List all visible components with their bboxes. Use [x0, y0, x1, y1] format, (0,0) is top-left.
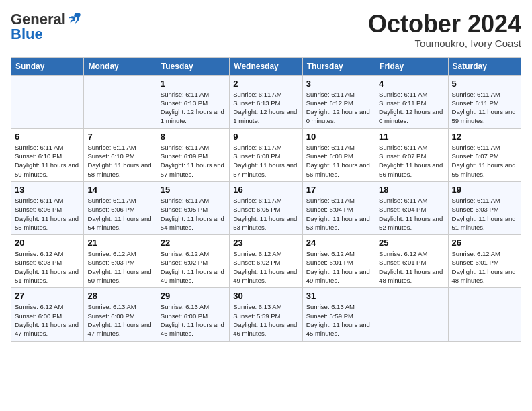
- header-day-saturday: Saturday: [448, 57, 521, 75]
- day-number: 25: [379, 238, 444, 248]
- day-info: Sunrise: 6:11 AM Sunset: 6:11 PM Dayligh…: [379, 90, 444, 126]
- day-number: 28: [87, 291, 152, 301]
- calendar-cell: 2Sunrise: 6:11 AM Sunset: 6:13 PM Daylig…: [230, 75, 302, 128]
- calendar-cell: 18Sunrise: 6:11 AM Sunset: 6:04 PM Dayli…: [375, 181, 448, 234]
- day-info: Sunrise: 6:11 AM Sunset: 6:10 PM Dayligh…: [15, 143, 80, 179]
- calendar-cell: 29Sunrise: 6:13 AM Sunset: 6:00 PM Dayli…: [157, 288, 229, 341]
- calendar-week-1: 1Sunrise: 6:11 AM Sunset: 6:13 PM Daylig…: [11, 75, 521, 128]
- day-info: Sunrise: 6:13 AM Sunset: 5:59 PM Dayligh…: [233, 302, 298, 338]
- day-number: 27: [15, 291, 80, 301]
- day-info: Sunrise: 6:11 AM Sunset: 6:03 PM Dayligh…: [452, 196, 517, 232]
- calendar-cell: 21Sunrise: 6:12 AM Sunset: 6:03 PM Dayli…: [84, 235, 157, 288]
- day-number: 24: [306, 238, 371, 248]
- day-number: 10: [306, 132, 371, 142]
- calendar-cell: 13Sunrise: 6:11 AM Sunset: 6:06 PM Dayli…: [11, 181, 84, 234]
- header-day-thursday: Thursday: [302, 57, 375, 75]
- calendar-week-2: 6Sunrise: 6:11 AM Sunset: 6:10 PM Daylig…: [11, 128, 521, 181]
- calendar-cell: 27Sunrise: 6:12 AM Sunset: 6:00 PM Dayli…: [11, 288, 84, 341]
- day-number: 19: [452, 185, 517, 195]
- day-info: Sunrise: 6:12 AM Sunset: 6:01 PM Dayligh…: [306, 249, 371, 285]
- day-info: Sunrise: 6:13 AM Sunset: 5:59 PM Dayligh…: [306, 302, 371, 338]
- day-info: Sunrise: 6:11 AM Sunset: 6:06 PM Dayligh…: [15, 196, 80, 232]
- day-number: 16: [233, 185, 298, 195]
- calendar-cell: [11, 75, 84, 128]
- day-number: 18: [379, 185, 444, 195]
- page-header: General Blue October 2024 Toumoukro, Ivo…: [11, 11, 521, 49]
- logo-bird-icon: [66, 11, 81, 26]
- day-number: 6: [15, 132, 80, 142]
- day-number: 15: [161, 185, 226, 195]
- day-number: 2: [233, 79, 298, 89]
- calendar-cell: [375, 288, 448, 341]
- calendar-cell: 17Sunrise: 6:11 AM Sunset: 6:04 PM Dayli…: [302, 181, 375, 234]
- day-info: Sunrise: 6:12 AM Sunset: 6:00 PM Dayligh…: [15, 302, 80, 338]
- day-number: 11: [379, 132, 444, 142]
- calendar-cell: 28Sunrise: 6:13 AM Sunset: 6:00 PM Dayli…: [84, 288, 157, 341]
- day-info: Sunrise: 6:11 AM Sunset: 6:12 PM Dayligh…: [306, 90, 371, 126]
- day-info: Sunrise: 6:11 AM Sunset: 6:05 PM Dayligh…: [161, 196, 226, 232]
- day-info: Sunrise: 6:11 AM Sunset: 6:08 PM Dayligh…: [306, 143, 371, 179]
- logo-blue: Blue: [11, 26, 43, 43]
- header-day-monday: Monday: [84, 57, 157, 75]
- calendar-cell: 26Sunrise: 6:12 AM Sunset: 6:01 PM Dayli…: [448, 235, 521, 288]
- day-info: Sunrise: 6:13 AM Sunset: 6:00 PM Dayligh…: [161, 302, 226, 338]
- calendar-cell: 3Sunrise: 6:11 AM Sunset: 6:12 PM Daylig…: [302, 75, 375, 128]
- calendar-cell: 11Sunrise: 6:11 AM Sunset: 6:07 PM Dayli…: [375, 128, 448, 181]
- calendar-cell: 31Sunrise: 6:13 AM Sunset: 5:59 PM Dayli…: [302, 288, 375, 341]
- day-info: Sunrise: 6:11 AM Sunset: 6:08 PM Dayligh…: [233, 143, 298, 179]
- calendar-cell: 4Sunrise: 6:11 AM Sunset: 6:11 PM Daylig…: [375, 75, 448, 128]
- day-info: Sunrise: 6:12 AM Sunset: 6:01 PM Dayligh…: [452, 249, 517, 285]
- calendar-cell: 16Sunrise: 6:11 AM Sunset: 6:05 PM Dayli…: [230, 181, 302, 234]
- day-number: 22: [161, 238, 226, 248]
- day-number: 3: [306, 79, 371, 89]
- calendar-cell: 22Sunrise: 6:12 AM Sunset: 6:02 PM Dayli…: [157, 235, 229, 288]
- day-number: 20: [15, 238, 80, 248]
- day-info: Sunrise: 6:12 AM Sunset: 6:01 PM Dayligh…: [379, 249, 444, 285]
- calendar-cell: 30Sunrise: 6:13 AM Sunset: 5:59 PM Dayli…: [230, 288, 302, 341]
- header-day-friday: Friday: [375, 57, 448, 75]
- day-number: 30: [233, 291, 298, 301]
- calendar-cell: 20Sunrise: 6:12 AM Sunset: 6:03 PM Dayli…: [11, 235, 84, 288]
- calendar-week-4: 20Sunrise: 6:12 AM Sunset: 6:03 PM Dayli…: [11, 235, 521, 288]
- day-number: 17: [306, 185, 371, 195]
- header-row: SundayMondayTuesdayWednesdayThursdayFrid…: [11, 57, 521, 75]
- calendar-body: 1Sunrise: 6:11 AM Sunset: 6:13 PM Daylig…: [11, 75, 521, 341]
- calendar-cell: 6Sunrise: 6:11 AM Sunset: 6:10 PM Daylig…: [11, 128, 84, 181]
- day-info: Sunrise: 6:11 AM Sunset: 6:04 PM Dayligh…: [379, 196, 444, 232]
- day-info: Sunrise: 6:13 AM Sunset: 6:00 PM Dayligh…: [87, 302, 152, 338]
- day-number: 29: [161, 291, 226, 301]
- calendar-cell: 8Sunrise: 6:11 AM Sunset: 6:09 PM Daylig…: [157, 128, 229, 181]
- calendar-cell: [84, 75, 157, 128]
- calendar-header: SundayMondayTuesdayWednesdayThursdayFrid…: [11, 57, 521, 75]
- day-number: 4: [379, 79, 444, 89]
- day-number: 31: [306, 291, 371, 301]
- day-number: 23: [233, 238, 298, 248]
- day-info: Sunrise: 6:11 AM Sunset: 6:04 PM Dayligh…: [306, 196, 371, 232]
- day-number: 1: [161, 79, 226, 89]
- calendar-cell: 10Sunrise: 6:11 AM Sunset: 6:08 PM Dayli…: [302, 128, 375, 181]
- logo: General Blue: [11, 11, 81, 43]
- day-number: 21: [87, 238, 152, 248]
- day-number: 8: [161, 132, 226, 142]
- header-day-sunday: Sunday: [11, 57, 84, 75]
- title-block: October 2024 Toumoukro, Ivory Coast: [368, 11, 521, 49]
- header-day-wednesday: Wednesday: [230, 57, 302, 75]
- calendar-cell: 19Sunrise: 6:11 AM Sunset: 6:03 PM Dayli…: [448, 181, 521, 234]
- day-info: Sunrise: 6:11 AM Sunset: 6:05 PM Dayligh…: [233, 196, 298, 232]
- month-title: October 2024: [368, 11, 521, 38]
- day-info: Sunrise: 6:11 AM Sunset: 6:07 PM Dayligh…: [452, 143, 517, 179]
- calendar-cell: 9Sunrise: 6:11 AM Sunset: 6:08 PM Daylig…: [230, 128, 302, 181]
- calendar-cell: 12Sunrise: 6:11 AM Sunset: 6:07 PM Dayli…: [448, 128, 521, 181]
- day-number: 14: [87, 185, 152, 195]
- calendar-cell: 14Sunrise: 6:11 AM Sunset: 6:06 PM Dayli…: [84, 181, 157, 234]
- calendar-cell: [448, 288, 521, 341]
- day-number: 26: [452, 238, 517, 248]
- day-info: Sunrise: 6:12 AM Sunset: 6:03 PM Dayligh…: [87, 249, 152, 285]
- calendar-week-5: 27Sunrise: 6:12 AM Sunset: 6:00 PM Dayli…: [11, 288, 521, 341]
- day-info: Sunrise: 6:11 AM Sunset: 6:13 PM Dayligh…: [161, 90, 226, 126]
- day-info: Sunrise: 6:11 AM Sunset: 6:06 PM Dayligh…: [87, 196, 152, 232]
- location-subtitle: Toumoukro, Ivory Coast: [368, 38, 521, 49]
- day-info: Sunrise: 6:11 AM Sunset: 6:13 PM Dayligh…: [233, 90, 298, 126]
- day-info: Sunrise: 6:11 AM Sunset: 6:10 PM Dayligh…: [87, 143, 152, 179]
- calendar-cell: 7Sunrise: 6:11 AM Sunset: 6:10 PM Daylig…: [84, 128, 157, 181]
